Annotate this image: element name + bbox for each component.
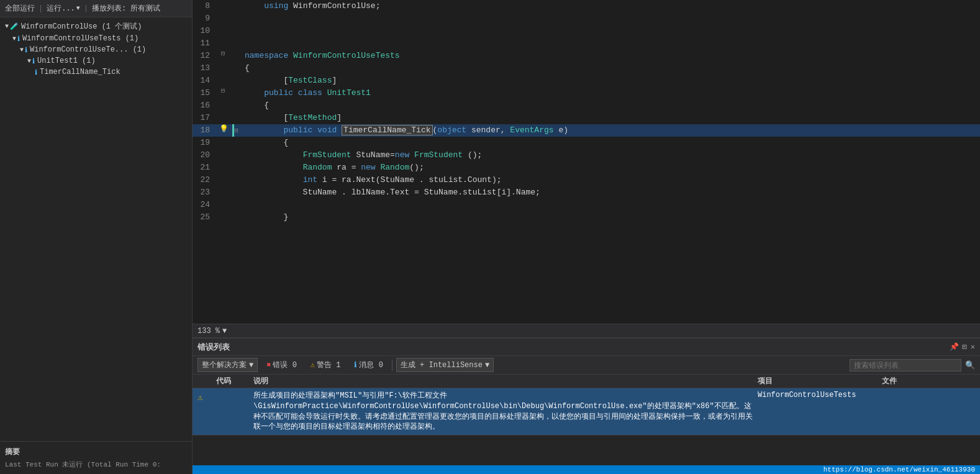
search-input[interactable] <box>850 359 961 371</box>
error-columns: 代码 说明 项目 文件 <box>193 375 980 388</box>
code-line-24: 24 <box>193 199 980 211</box>
build-chevron: ▼ <box>485 361 489 370</box>
error-x-icon: ✖ <box>266 360 271 370</box>
code-line-10: 10 <box>193 25 980 37</box>
test-icon-3: ℹ <box>35 68 37 76</box>
tree-label-3: TimerCallName_Tick <box>40 68 120 76</box>
error-panel-title: 错误列表 <box>197 342 945 353</box>
summary-title: 摘要 <box>5 447 187 457</box>
code-line-21: 21 Random ra = new Random(); <box>193 162 980 174</box>
col-file-header: 文件 <box>882 376 975 386</box>
code-line-13: 13 { <box>193 62 980 75</box>
build-dropdown[interactable]: 生成 + IntelliSense ▼ <box>396 358 494 372</box>
info-icon: ℹ <box>354 360 357 370</box>
code-line-23: 23 StuName . lblName.Text = StuName.stuL… <box>193 186 980 199</box>
filter-dropdown[interactable]: 整个解决方案 ▼ <box>197 358 258 372</box>
code-line-16: 16 { <box>193 99 980 112</box>
zoom-dropdown-icon[interactable]: ▼ <box>222 327 227 335</box>
tree-item-1[interactable]: ▼ ℹ WinformControlUseTe... (1) <box>0 44 192 55</box>
error-row-0[interactable]: ⚠ 所生成项目的处理器架构"MSIL"与引用"F:\软件工程文件\GisWinf… <box>193 388 980 435</box>
warning-icon: ⚠ <box>311 360 315 370</box>
expand-icon-1: ▼ <box>20 47 24 53</box>
tree-label-1: WinformControlUseTe... (1) <box>30 45 146 54</box>
filter-chevron: ▼ <box>249 361 253 370</box>
tree-label-2: UnitTest1 (1) <box>37 57 96 65</box>
collapse-12[interactable]: ⊟ <box>221 50 225 57</box>
error-panel: 错误列表 📌 ⊡ ✕ 整个解决方案 ▼ ✖ 错误 0 ⚠ 警告 1 ℹ <box>193 337 980 474</box>
statusbar-url: https://blog.csdn.net/weixin_46113930 <box>823 466 975 473</box>
build-label: 生成 + IntelliSense <box>401 360 483 370</box>
toolbar: 全部运行 | 运行... ▼ | 播放列表: 所有测试 <box>0 0 192 17</box>
code-line-15: 15 ⊟ public class UnitTest1 <box>193 87 980 99</box>
error-toolbar: 整个解决方案 ▼ ✖ 错误 0 ⚠ 警告 1 ℹ 消息 0 生成 + Intel… <box>193 356 980 375</box>
flask-icon: 🧪 <box>10 22 19 30</box>
code-line-20: 20 FrmStudent StuName=new FrmStudent (); <box>193 149 980 162</box>
right-panel: 8 using WinformControlUse; 9 10 11 <box>193 0 980 474</box>
zoom-value: 133 % <box>197 327 220 335</box>
summary-panel: 摘要 Last Test Run 未运行 (Total Run Time 0: <box>0 441 192 474</box>
col-code-header: 代码 <box>216 376 253 386</box>
search-icon[interactable]: 🔍 <box>965 360 975 370</box>
run-dropdown[interactable]: 运行... ▼ <box>47 3 80 14</box>
warning-row-icon: ⚠ <box>197 393 202 403</box>
run-all-button[interactable]: 全部运行 <box>5 3 35 14</box>
error-description-0: 所生成项目的处理器架构"MSIL"与引用"F:\软件工程文件\GisWinfor… <box>253 391 758 432</box>
tree-root-label: WinformControlUse (1 个测试) <box>21 21 142 32</box>
dock-icon[interactable]: ⊡ <box>963 342 967 352</box>
code-line-11: 11 <box>193 37 980 50</box>
playlist-label: 播放列表: 所有测试 <box>92 3 160 14</box>
code-line-19: 19 { <box>193 137 980 149</box>
run-dropdown-chevron: ▼ <box>76 5 80 12</box>
code-line-14: 14 [TestClass] <box>193 75 980 87</box>
close-icon[interactable]: ✕ <box>971 342 975 352</box>
test-icon-0: ℹ <box>17 35 20 43</box>
run-partial-label: 运行... <box>47 3 75 14</box>
error-rows: ⚠ 所生成项目的处理器架构"MSIL"与引用"F:\软件工程文件\GisWinf… <box>193 388 980 465</box>
code-line-8: 8 using WinformControlUse; <box>193 0 980 12</box>
test-icon-1: ℹ <box>25 46 27 54</box>
expand-icon-2: ▼ <box>27 58 31 65</box>
toolbar-separator <box>392 360 392 371</box>
tree-root[interactable]: ▼ 🧪 WinformControlUse (1 个测试) <box>0 20 192 33</box>
tree-item-2[interactable]: ▼ ℹ UnitTest1 (1) <box>0 55 192 66</box>
statusbar: https://blog.csdn.net/weixin_46113930 <box>193 465 980 474</box>
code-line-17: 17 [TestMethod] <box>193 112 980 124</box>
message-badge[interactable]: ℹ 消息 0 <box>349 358 388 371</box>
expand-icon: ▼ <box>5 23 9 30</box>
code-line-18: 18 💡 ⊟ public void TimerCallName_Tick(ob… <box>193 124 980 137</box>
code-line-9: 9 <box>193 12 980 25</box>
pin-icon[interactable]: 📌 <box>950 342 959 352</box>
code-line-25: 25 } <box>193 211 980 224</box>
code-editor[interactable]: 8 using WinformControlUse; 9 10 11 <box>193 0 980 324</box>
collapse-18[interactable]: ⊟ <box>234 127 238 134</box>
error-panel-header: 错误列表 📌 ⊡ ✕ <box>193 339 980 356</box>
summary-detail: Last Test Run 未运行 (Total Run Time 0: <box>5 460 187 469</box>
message-count-label: 消息 0 <box>359 360 383 370</box>
col-proj-header: 项目 <box>758 376 882 386</box>
test-tree: ▼ 🧪 WinformControlUse (1 个测试) ▼ ℹ Winfor… <box>0 17 192 441</box>
code-line-12: 12 ⊟ namespace WinformControlUseTests <box>193 50 980 62</box>
warning-badge[interactable]: ⚠ 警告 1 <box>306 358 346 371</box>
warning-count-label: 警告 1 <box>317 360 340 370</box>
zoom-bar: 133 % ▼ <box>193 324 980 337</box>
left-panel: 全部运行 | 运行... ▼ | 播放列表: 所有测试 ▼ 🧪 WinformC… <box>0 0 193 474</box>
code-line-22: 22 int i = ra.Next(StuName . stuList.Cou… <box>193 174 980 186</box>
error-badge[interactable]: ✖ 错误 0 <box>261 358 302 371</box>
tree-item-3[interactable]: ℹ TimerCallName_Tick <box>0 66 192 78</box>
tree-item-0[interactable]: ▼ ℹ WinformControlUseTests (1) <box>0 33 192 44</box>
collapse-15[interactable]: ⊟ <box>221 87 225 94</box>
error-count-label: 错误 0 <box>273 360 296 370</box>
test-icon-2: ℹ <box>32 57 35 65</box>
filter-label: 整个解决方案 <box>202 360 247 370</box>
expand-icon-0: ▼ <box>12 35 16 42</box>
panel-icons: 📌 ⊡ ✕ <box>950 342 975 352</box>
error-project-0: WinformControlUseTests <box>758 391 882 399</box>
lightbulb-icon[interactable]: 💡 <box>219 124 229 134</box>
tree-label-0: WinformControlUseTests (1) <box>22 34 138 43</box>
col-desc-header: 说明 <box>253 376 758 386</box>
